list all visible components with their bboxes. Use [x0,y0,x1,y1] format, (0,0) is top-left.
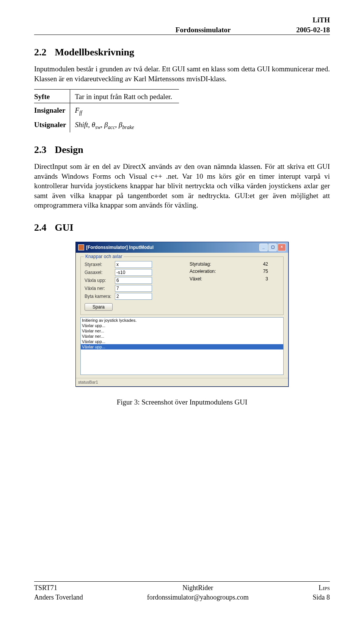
p22-intro: Inputmodulen består i grunden av två del… [34,64,330,83]
row-syfte-label: Syfte [34,89,70,103]
log-line-selected[interactable]: Växlar upp... [81,344,283,349]
footer-right-top: Lips [312,583,330,592]
value-styrutslag: 42 [263,261,268,267]
section-2.2: 2.2Modellbeskrivning [34,46,330,59]
log-line[interactable]: Initiering av joystick lyckades. [81,318,283,323]
footer-left-bottom: Anders Toverland [34,593,83,602]
label-vaxla-ner: Växla ner: [85,285,115,291]
row-utsignaler-label: Utsignaler [34,118,70,132]
label-styraxel: Styraxel: [85,261,115,268]
save-button[interactable]: Spara [85,303,113,311]
row-utsignaler-value: Shift, θsw, βacc, βbrake [70,118,179,132]
label-byta-kamera: Byta kamera: [85,293,115,299]
input-styraxel[interactable] [115,261,152,268]
gui-title: [Fordonssimulator] InputModul [86,244,154,250]
log-line[interactable]: Växlar ner... [81,328,283,334]
label-acceleration: Acceleration: [190,268,216,274]
page-header: Fordonssimulator LiTH 2005-02-18 [34,15,330,35]
sec-title: GUI [55,222,74,233]
input-byta-kamera[interactable] [115,293,152,300]
app-icon [78,244,84,250]
row-syfte-value: Tar in input från Ratt och pedaler. [70,89,179,103]
row-insignaler-value: Fff [70,103,179,118]
figure-caption: Figur 3: Screenshot över Inputmodulens G… [34,397,330,407]
label-styrutslag: Styrutslag: [190,261,211,267]
input-gasaxel[interactable] [115,269,152,276]
section-2.3: 2.3Design [34,143,330,156]
gui-log[interactable]: Initiering av joystick lyckades. Växlar … [80,317,284,375]
maximize-button[interactable]: ▢ [268,244,277,251]
page-footer: TSRT71 Anders Toverland NightRider fordo… [34,581,330,602]
footer-left-top: TSRT71 [34,583,83,592]
log-line[interactable]: Växlar upp... [81,323,283,328]
close-button[interactable]: × [278,244,286,251]
secno: 2.3 [34,144,47,155]
header-right-bottom: 2005-02-18 [296,25,330,35]
gui-group-knappar: Knappar och axlar Styraxel: Gasaxel: Väx… [80,257,284,315]
label-gasaxel: Gasaxel: [85,269,115,275]
footer-center-top: NightRider [147,583,249,592]
p23-body: DirectInput som är en del av DirectX anv… [34,162,330,210]
log-line[interactable]: Växlar ner... [81,334,283,339]
minimize-button[interactable]: _ [259,244,268,251]
label-vaxla-upp: Växla upp: [85,277,115,283]
row-insignaler-label: Insignaler [34,103,70,118]
gui-window: [Fordonssimulator] InputModul _ ▢ × Knap… [75,242,289,387]
sec-title: Design [55,144,83,155]
header-right-top: LiTH [296,15,330,25]
figure-3: [Fordonssimulator] InputModul _ ▢ × Knap… [34,242,330,407]
header-center: Fordonssimulator [176,26,231,34]
gui-statusbar: statusBar1 [76,378,288,386]
input-vaxla-ner[interactable] [115,285,152,292]
sec-title: Modellbeskrivning [55,47,134,58]
gui-titlebar: [Fordonssimulator] InputModul _ ▢ × [76,242,288,253]
value-acceleration: 75 [263,268,268,274]
footer-center-bottom: fordonssimulator@yahoogroups.com [147,593,249,602]
input-vaxla-upp[interactable] [115,277,152,284]
log-line[interactable]: Växlar upp... [81,339,283,344]
secno: 2.2 [34,47,47,58]
secno: 2.4 [34,222,47,233]
footer-right-bottom: Sida 8 [312,593,330,602]
gui-group-title: Knappar och axlar [84,253,124,260]
signal-table: Syfte Tar in input från Ratt och pedaler… [34,89,179,132]
section-2.4: 2.4GUI [34,221,330,234]
value-vaxel: 3 [265,276,268,282]
label-vaxel: Växel: [190,276,202,282]
